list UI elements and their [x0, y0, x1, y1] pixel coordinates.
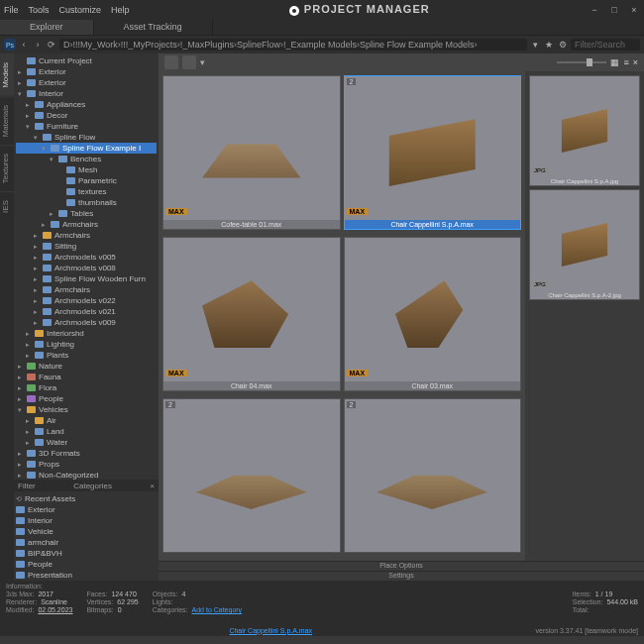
tree-item[interactable]: textures	[16, 186, 157, 197]
titlebar: File Tools Customize Help PROJECT MANAGE…	[0, 0, 644, 20]
nav-toolbar: Ps ‹ › ⟳ D › !!!My_Work › !!!_MyProjects…	[0, 36, 644, 54]
tree-item[interactable]: ▸Decor	[16, 110, 157, 121]
menu-tools[interactable]: Tools	[29, 5, 50, 15]
thumbnail[interactable]: MAXChair 04.max	[162, 237, 341, 391]
tree-item[interactable]: ▸Fauna	[16, 372, 157, 382]
tree-item[interactable]: ▸Plants	[16, 350, 157, 361]
side-tab-ies[interactable]: IES	[0, 191, 14, 221]
tree-item[interactable]: ▸People	[16, 393, 157, 404]
gallery-thumbnail[interactable]: JPGChair Cappellini S.p.A-2.jpg	[529, 189, 640, 300]
tree-item[interactable]: Parametric	[16, 175, 157, 186]
tree-item[interactable]: ▾Interior	[16, 88, 157, 99]
tree-item[interactable]: ▾Furniture	[16, 121, 157, 132]
filter-item[interactable]: People	[16, 559, 157, 570]
tree-item[interactable]: ▸Flora	[16, 382, 157, 393]
tool-dropdown-icon[interactable]: ▾	[200, 57, 205, 67]
tree-item[interactable]: Mesh	[16, 164, 157, 175]
menu-help[interactable]: Help	[111, 5, 130, 15]
tree-item[interactable]: ▸Archmodels v022	[16, 295, 157, 306]
nav-refresh-icon[interactable]: ⟳	[46, 39, 57, 51]
tree-item[interactable]: ▸Land	[16, 426, 157, 437]
close-filter-icon[interactable]: ×	[150, 482, 155, 490]
tree-item[interactable]: ▸Archmodels v009	[16, 317, 157, 328]
tree-item[interactable]: ▾Vehicles	[16, 404, 157, 415]
tree-item[interactable]: ▸Appliances	[16, 99, 157, 110]
minimize-icon[interactable]: −	[589, 5, 600, 15]
ps-icon[interactable]: Ps	[4, 39, 16, 51]
tree-item[interactable]: ▸Archmodels v005	[16, 252, 157, 263]
filter-icon[interactable]: ⚙	[557, 39, 569, 51]
gallery-close-icon[interactable]: ×	[633, 57, 638, 67]
tree-item[interactable]: Current Project	[16, 55, 157, 66]
tool-cube-icon[interactable]	[164, 55, 178, 69]
tree-item[interactable]: ▸Tables	[16, 208, 157, 219]
breadcrumb[interactable]: D › !!!My_Work › !!!_MyProjects › !_MaxP…	[59, 39, 527, 51]
tree-item[interactable]: ▾Benches	[16, 154, 157, 164]
tree-item[interactable]: ▸Water	[16, 437, 157, 448]
nav-back-icon[interactable]: ‹	[18, 39, 30, 51]
place-options-bar[interactable]: Place Options	[159, 561, 644, 571]
window-controls: − □ ×	[589, 5, 640, 15]
tree-item[interactable]: ▸Exterior	[16, 66, 157, 77]
tree-item[interactable]: ▸Armchairs	[16, 284, 157, 295]
tree-item[interactable]: ▸Exterior	[16, 77, 157, 88]
tab-explorer[interactable]: Explorer	[0, 20, 94, 35]
categories-button[interactable]: Categories	[73, 482, 112, 490]
tree-item[interactable]: thumbnails	[16, 197, 157, 208]
side-tab-models[interactable]: Models	[0, 54, 14, 96]
side-tab-materials[interactable]: Materials	[0, 96, 14, 145]
tree-item[interactable]: ▸3D Formats	[16, 448, 157, 459]
gallery-thumbnail[interactable]: JPGChair Cappellini S.p.A.jpg	[529, 75, 640, 186]
filter-header: Filter Categories ×	[14, 480, 159, 491]
filter-item[interactable]: Exterior	[16, 504, 157, 515]
filter-item[interactable]: Presentation	[16, 570, 157, 581]
tree-item[interactable]: ▸Interiorshd	[16, 328, 157, 339]
maximize-icon[interactable]: □	[608, 5, 620, 15]
add-to-category-link[interactable]: Add to Category	[192, 606, 243, 613]
view-list-icon[interactable]: ≡	[623, 57, 628, 67]
thumbnail[interactable]: 2	[344, 398, 522, 553]
filter-item[interactable]: Vehicle	[16, 526, 157, 537]
thumbnail[interactable]: 2	[162, 398, 341, 553]
tab-asset-tracking[interactable]: Asset Tracking	[94, 20, 213, 35]
left-side-tabs: Models Materials Textures IES	[0, 54, 14, 581]
status-filename[interactable]: Chair Cappellini S.p.A.max	[6, 627, 536, 634]
tree-item[interactable]: ▸Spline Flow Wooden Furn	[16, 273, 157, 284]
search-input[interactable]: Filter/Search	[571, 39, 640, 51]
tree-item[interactable]: ▸Lighting	[16, 339, 157, 350]
menu-file[interactable]: File	[4, 5, 19, 15]
tree-item[interactable]: ▾Spline Flow	[16, 132, 157, 143]
tree-item[interactable]: ▸Props	[16, 459, 157, 470]
favorite-icon[interactable]: ★	[543, 39, 555, 51]
info-bar: Information: 3ds Max:2017 Renderer:Scanl…	[0, 581, 644, 624]
thumbnail[interactable]: MAXChair 03.max	[344, 237, 522, 391]
filter-item[interactable]: BIP&BVH	[16, 548, 157, 559]
filter-item[interactable]: armchair	[16, 537, 157, 548]
dropdown-icon[interactable]: ▾	[529, 39, 541, 51]
tree-item[interactable]: ▸Armchairs	[16, 230, 157, 241]
tree-item[interactable]: ▸Non-Categorized	[16, 470, 157, 480]
tree-item[interactable]: ▸Archmodels v008	[16, 263, 157, 273]
thumbnail-grid: MAXCofee-table 01.max2MAXChair Cappellin…	[159, 71, 525, 561]
tree-item[interactable]: ▸Air	[16, 415, 157, 426]
app-logo-icon	[288, 5, 300, 17]
thumbnail[interactable]: 2MAXChair Cappellini S.p.A.max	[344, 75, 522, 230]
tree-item[interactable]: ▾Spline Flow Example I	[16, 143, 157, 154]
tool-merge-icon[interactable]	[182, 55, 196, 69]
tree-item[interactable]: ▸Armchairs	[16, 219, 157, 230]
nav-forward-icon[interactable]: ›	[32, 39, 44, 51]
side-tab-textures[interactable]: Textures	[0, 145, 14, 191]
svg-point-1	[292, 9, 296, 13]
thumbnail[interactable]: MAXCofee-table 01.max	[162, 75, 341, 230]
tree-item[interactable]: ▸Nature	[16, 361, 157, 372]
tree-item[interactable]: ▸Archmodels v021	[16, 306, 157, 317]
close-icon[interactable]: ×	[628, 5, 640, 15]
view-grid-icon[interactable]: ▦	[610, 57, 619, 67]
settings-bar[interactable]: Settings	[159, 571, 644, 581]
filter-item[interactable]: Interior	[16, 515, 157, 526]
recent-assets[interactable]: ⟲Recent Assets	[16, 493, 157, 504]
menu-customize[interactable]: Customize	[59, 5, 102, 15]
thumbnail-size-slider[interactable]	[557, 61, 606, 63]
folder-tree[interactable]: Current Project▸Exterior▸Exterior▾Interi…	[14, 54, 159, 480]
tree-item[interactable]: ▸Sitting	[16, 241, 157, 252]
